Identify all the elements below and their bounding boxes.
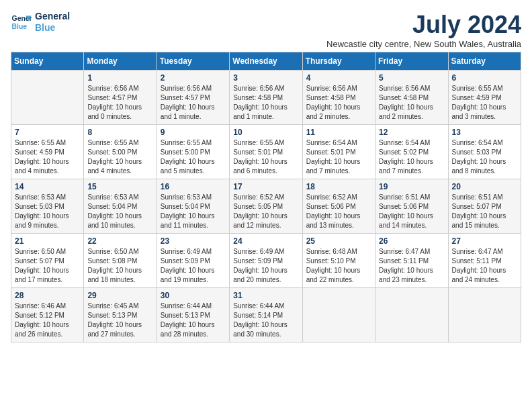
calendar-cell: 11Sunrise: 6:54 AMSunset: 5:01 PMDayligh… (302, 125, 375, 179)
day-info: Sunrise: 6:47 AMSunset: 5:11 PMDaylight:… (379, 247, 444, 285)
calendar-cell: 27Sunrise: 6:47 AMSunset: 5:11 PMDayligh… (448, 234, 521, 288)
day-number: 26 (379, 236, 444, 246)
calendar-cell: 29Sunrise: 6:45 AMSunset: 5:13 PMDayligh… (84, 288, 157, 342)
calendar-cell (375, 288, 448, 342)
calendar-cell: 24Sunrise: 6:49 AMSunset: 5:09 PMDayligh… (230, 234, 302, 288)
calendar-cell: 2Sunrise: 6:56 AMSunset: 4:57 PMDaylight… (157, 71, 229, 125)
calendar-cell (302, 288, 375, 342)
day-number: 17 (233, 182, 298, 191)
calendar-table: SundayMondayTuesdayWednesdayThursdayFrid… (11, 52, 521, 342)
calendar-cell: 30Sunrise: 6:44 AMSunset: 5:13 PMDayligh… (157, 288, 229, 342)
day-info: Sunrise: 6:52 AMSunset: 5:06 PMDaylight:… (306, 193, 371, 230)
day-number: 21 (15, 236, 80, 246)
day-info: Sunrise: 6:49 AMSunset: 5:09 PMDaylight:… (233, 247, 298, 285)
calendar-cell: 16Sunrise: 6:53 AMSunset: 5:04 PMDayligh… (157, 179, 229, 234)
day-number: 20 (452, 182, 517, 191)
col-header-thursday: Thursday (302, 52, 375, 71)
col-header-monday: Monday (84, 52, 157, 71)
day-number: 19 (379, 182, 444, 191)
day-info: Sunrise: 6:55 AMSunset: 4:59 PMDaylight:… (452, 84, 517, 122)
calendar-cell: 15Sunrise: 6:53 AMSunset: 5:04 PMDayligh… (84, 179, 157, 234)
calendar-cell (11, 71, 84, 125)
day-number: 1 (87, 73, 152, 83)
calendar-header-row: SundayMondayTuesdayWednesdayThursdayFrid… (11, 52, 521, 71)
week-row-3: 14Sunrise: 6:53 AMSunset: 5:03 PMDayligh… (11, 179, 521, 234)
day-info: Sunrise: 6:56 AMSunset: 4:57 PMDaylight:… (161, 84, 226, 122)
day-info: Sunrise: 6:55 AMSunset: 5:00 PMDaylight:… (87, 138, 152, 176)
calendar-cell: 21Sunrise: 6:50 AMSunset: 5:07 PMDayligh… (11, 234, 84, 288)
calendar-cell: 17Sunrise: 6:52 AMSunset: 5:05 PMDayligh… (230, 179, 302, 234)
calendar-cell: 28Sunrise: 6:46 AMSunset: 5:12 PMDayligh… (11, 288, 84, 342)
day-number: 13 (452, 128, 517, 137)
col-header-wednesday: Wednesday (230, 52, 302, 71)
day-number: 30 (161, 291, 226, 300)
title-block: July 2024 Newcastle city centre, New Sou… (326, 11, 521, 49)
day-number: 2 (161, 73, 226, 83)
day-number: 3 (233, 73, 298, 83)
calendar-cell: 19Sunrise: 6:51 AMSunset: 5:06 PMDayligh… (375, 179, 448, 234)
calendar-cell: 1Sunrise: 6:56 AMSunset: 4:57 PMDaylight… (84, 71, 157, 125)
svg-text:Blue: Blue (12, 22, 28, 30)
day-info: Sunrise: 6:53 AMSunset: 5:04 PMDaylight:… (161, 193, 226, 230)
col-header-saturday: Saturday (448, 52, 521, 71)
page-header: General Blue GeneralBlue July 2024 Newca… (11, 11, 521, 49)
day-info: Sunrise: 6:56 AMSunset: 4:58 PMDaylight:… (233, 84, 298, 122)
day-info: Sunrise: 6:56 AMSunset: 4:58 PMDaylight:… (379, 84, 444, 122)
day-number: 23 (161, 236, 226, 246)
calendar-cell: 13Sunrise: 6:54 AMSunset: 5:03 PMDayligh… (448, 125, 521, 179)
calendar-cell: 31Sunrise: 6:44 AMSunset: 5:14 PMDayligh… (230, 288, 302, 342)
day-number: 4 (306, 73, 371, 83)
col-header-sunday: Sunday (11, 52, 84, 71)
day-number: 31 (233, 291, 298, 300)
day-number: 18 (306, 182, 371, 191)
day-number: 11 (306, 128, 371, 137)
day-info: Sunrise: 6:55 AMSunset: 4:59 PMDaylight:… (15, 138, 80, 176)
day-info: Sunrise: 6:54 AMSunset: 5:03 PMDaylight:… (452, 138, 517, 176)
day-info: Sunrise: 6:49 AMSunset: 5:09 PMDaylight:… (161, 247, 226, 285)
day-info: Sunrise: 6:55 AMSunset: 5:00 PMDaylight:… (161, 138, 226, 176)
calendar-cell: 20Sunrise: 6:51 AMSunset: 5:07 PMDayligh… (448, 179, 521, 234)
day-number: 16 (161, 182, 226, 191)
day-number: 6 (452, 73, 517, 83)
day-info: Sunrise: 6:53 AMSunset: 5:04 PMDaylight:… (87, 193, 152, 230)
day-number: 24 (233, 236, 298, 246)
day-info: Sunrise: 6:54 AMSunset: 5:02 PMDaylight:… (379, 138, 444, 176)
day-info: Sunrise: 6:44 AMSunset: 5:13 PMDaylight:… (161, 302, 226, 339)
calendar-cell: 5Sunrise: 6:56 AMSunset: 4:58 PMDaylight… (375, 71, 448, 125)
day-number: 14 (15, 182, 80, 191)
day-info: Sunrise: 6:50 AMSunset: 5:07 PMDaylight:… (15, 247, 80, 285)
day-info: Sunrise: 6:50 AMSunset: 5:08 PMDaylight:… (87, 247, 152, 285)
day-number: 28 (15, 291, 80, 300)
calendar-cell: 3Sunrise: 6:56 AMSunset: 4:58 PMDaylight… (230, 71, 302, 125)
calendar-cell: 7Sunrise: 6:55 AMSunset: 4:59 PMDaylight… (11, 125, 84, 179)
day-number: 10 (233, 128, 298, 137)
day-number: 22 (87, 236, 152, 246)
calendar-cell: 14Sunrise: 6:53 AMSunset: 5:03 PMDayligh… (11, 179, 84, 234)
day-info: Sunrise: 6:51 AMSunset: 5:07 PMDaylight:… (452, 193, 517, 230)
logo: General Blue GeneralBlue (11, 11, 70, 34)
calendar-cell: 12Sunrise: 6:54 AMSunset: 5:02 PMDayligh… (375, 125, 448, 179)
day-info: Sunrise: 6:45 AMSunset: 5:13 PMDaylight:… (87, 302, 152, 339)
col-header-friday: Friday (375, 52, 448, 71)
calendar-cell: 25Sunrise: 6:48 AMSunset: 5:10 PMDayligh… (302, 234, 375, 288)
calendar-cell: 10Sunrise: 6:55 AMSunset: 5:01 PMDayligh… (230, 125, 302, 179)
week-row-2: 7Sunrise: 6:55 AMSunset: 4:59 PMDaylight… (11, 125, 521, 179)
day-number: 29 (87, 291, 152, 300)
location-subtitle: Newcastle city centre, New South Wales, … (326, 39, 521, 49)
calendar-cell (448, 288, 521, 342)
day-info: Sunrise: 6:44 AMSunset: 5:14 PMDaylight:… (233, 302, 298, 339)
day-info: Sunrise: 6:56 AMSunset: 4:58 PMDaylight:… (306, 84, 371, 122)
day-number: 12 (379, 128, 444, 137)
calendar-cell: 23Sunrise: 6:49 AMSunset: 5:09 PMDayligh… (157, 234, 229, 288)
day-info: Sunrise: 6:51 AMSunset: 5:06 PMDaylight:… (379, 193, 444, 230)
day-number: 9 (161, 128, 226, 137)
month-title: July 2024 (326, 11, 521, 39)
day-info: Sunrise: 6:52 AMSunset: 5:05 PMDaylight:… (233, 193, 298, 230)
day-number: 7 (15, 128, 80, 137)
week-row-5: 28Sunrise: 6:46 AMSunset: 5:12 PMDayligh… (11, 288, 521, 342)
calendar-cell: 6Sunrise: 6:55 AMSunset: 4:59 PMDaylight… (448, 71, 521, 125)
calendar-cell: 22Sunrise: 6:50 AMSunset: 5:08 PMDayligh… (84, 234, 157, 288)
day-number: 5 (379, 73, 444, 83)
calendar-cell: 9Sunrise: 6:55 AMSunset: 5:00 PMDaylight… (157, 125, 229, 179)
calendar-cell: 18Sunrise: 6:52 AMSunset: 5:06 PMDayligh… (302, 179, 375, 234)
